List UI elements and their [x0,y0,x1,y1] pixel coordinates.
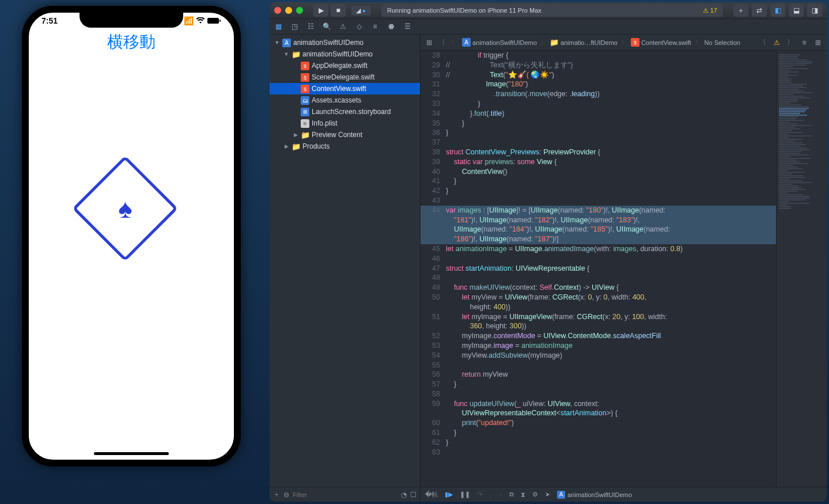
issue-navigator-tab[interactable]: ⚠ [338,21,348,32]
jumpbar-folder[interactable]: 📁animatio…ftUIDemo [550,38,618,47]
code-line[interactable]: 50 let myView = UIView(frame: CGRect(x: … [421,293,776,302]
issue-indicator[interactable]: ⚠ [771,37,782,48]
code-line[interactable]: 32 .transition(.move(edge: .leading)) [421,89,776,99]
add-target-button[interactable]: ＋ [273,490,280,499]
tree-row-scenedelegate-swift[interactable]: sSceneDelegate.swift [270,71,420,83]
disclosure-triangle[interactable]: ▼ [274,40,280,46]
project-navigator-tab[interactable]: ▦ [273,21,283,32]
code-line[interactable]: 360, height: 300)) [421,321,776,331]
code-line[interactable]: 51 let myImage = UIImageView(frame: CGRe… [421,312,776,322]
memory-graph-button[interactable]: ⧗ [521,491,525,498]
tree-row-assets-xcassets[interactable]: 🗂Assets.xcassets [270,94,420,106]
recent-filter-button[interactable]: ◔ [401,491,407,499]
code-line[interactable]: 39 static var previews: some View { [421,157,776,167]
code-line[interactable]: 43 [421,196,776,206]
pause-button[interactable]: ❚❚ [460,491,470,498]
minimap[interactable] [776,51,827,487]
code-line[interactable]: UIViewRepresentableContext<startAnimatio… [421,408,776,418]
stop-button[interactable]: ■ [331,4,346,17]
minimize-button[interactable] [285,7,292,14]
test-navigator-tab[interactable]: ◇ [354,21,364,32]
code-line[interactable]: 30// Text("⭐️🎸( 🌏☀️") [421,70,776,80]
code-line[interactable]: UIImage(named: "184")!, UIImage(named: "… [421,225,776,234]
toggle-bottom-panel-button[interactable]: ⬓ [789,4,804,17]
home-indicator[interactable] [94,452,169,455]
code-line[interactable]: 38struct ContentView_Previews: PreviewPr… [421,147,776,157]
source-control-tab[interactable]: ◳ [289,21,300,32]
code-line[interactable]: "181")!, UIImage(named: "182")!, UIImage… [421,215,776,225]
code-line[interactable]: 56 return myView [421,370,776,380]
source-editor[interactable]: 28 if trigger {29// Text("横から失礼します")30//… [421,51,776,487]
code-line[interactable]: "186")!, UIImage(named: "187")!] [421,234,776,244]
zoom-button[interactable] [296,7,303,14]
breakpoints-toggle[interactable]: ▮▶ [445,491,453,498]
code-line[interactable]: 55 [421,361,776,370]
code-line[interactable]: 59 func updateUIView(_ uiView: UIView, c… [421,399,776,409]
toggle-right-panel-button[interactable]: ◨ [807,4,822,17]
prev-issue-button[interactable]: 〈 [758,37,768,48]
step-out-button[interactable]: ↑ [499,491,503,498]
project-navigator[interactable]: ▼AanimationSwiftUIDemo▼📁animationSwiftUI… [270,35,421,502]
debug-process[interactable]: A animationSwiftUIDemo [557,491,632,499]
code-line[interactable]: 37 [421,138,776,147]
step-into-button[interactable]: ↓ [489,491,493,498]
code-line[interactable]: 49 func makeUIView(context: Self.Context… [421,283,776,293]
report-navigator-tab[interactable]: ☰ [402,21,412,32]
tree-row-animationswiftuidemo[interactable]: ▼📁animationSwiftUIDemo [270,48,420,60]
tree-row-appdelegate-swift[interactable]: sAppDelegate.swift [270,60,420,71]
code-line[interactable]: 60 print("updated!") [421,418,776,428]
code-line[interactable]: 31 Image("180") [421,79,776,89]
related-items-button[interactable]: ⊞ [424,37,434,48]
jumpbar-file[interactable]: sContentView.swift [631,38,691,47]
location-button[interactable]: ➤ [545,491,550,498]
scm-filter-button[interactable]: ☐ [410,491,417,499]
code-line[interactable]: 34 }.font(.title) [421,109,776,119]
step-over-button[interactable]: ↷ [477,491,482,498]
code-line[interactable]: 62} [421,438,776,448]
tree-row-animationswiftuidemo[interactable]: ▼AanimationSwiftUIDemo [270,37,420,48]
breakpoint-navigator-tab[interactable]: ⬣ [386,21,396,32]
filter-input[interactable] [293,491,398,498]
disclosure-triangle[interactable]: ▶ [293,132,298,138]
ios-simulator[interactable]: 7:51 📶 横移動 ♠ [22,6,241,467]
code-line[interactable]: 54 myView.addSubview(myImage) [421,351,776,361]
warning-badge[interactable]: ⚠ 17 [703,7,717,14]
code-line[interactable]: 48 [421,273,776,283]
code-line[interactable]: 61 } [421,428,776,438]
code-line[interactable]: 52 myImage.contentMode = UIView.ContentM… [421,331,776,341]
toggle-left-panel-button[interactable]: ◧ [770,4,785,17]
code-line[interactable]: 44var images : [UIImage]! = [UIImage(nam… [421,206,776,215]
disclosure-triangle[interactable]: ▼ [283,51,289,57]
code-line[interactable]: 36} [421,128,776,138]
code-line[interactable]: 41 } [421,176,776,186]
disclosure-triangle[interactable]: ▶ [283,143,289,149]
code-line[interactable]: 28 if trigger { [421,51,776,60]
run-button[interactable]: ▶ [313,4,328,17]
nav-title[interactable]: 横移動 [29,31,234,53]
code-line[interactable]: 58 [421,389,776,399]
code-line[interactable]: 46 [421,254,776,264]
close-button[interactable] [274,7,281,14]
code-line[interactable]: 42} [421,186,776,196]
tree-row-contentview-swift[interactable]: sContentView.swift [270,83,420,94]
code-line[interactable]: 29// Text("横から失礼します") [421,60,776,70]
tree-row-launchscreen-storyboard[interactable]: ⊞LaunchScreen.storyboard [270,106,420,118]
tree-row-info-plist[interactable]: ≡Info.plist [270,118,420,129]
code-line[interactable]: 40 ContentView() [421,167,776,177]
add-tab-button[interactable]: ＋ [733,4,748,17]
forward-button[interactable]: 〉 [449,37,460,48]
activity-status[interactable]: Running animationSwiftUIDemo on iPhone 1… [381,4,723,17]
environment-overrides-button[interactable]: ⚙ [532,491,538,498]
next-issue-button[interactable]: 〉 [785,37,796,48]
jumpbar-selection[interactable]: No Selection [705,39,740,46]
code-line[interactable]: 33 } [421,99,776,109]
code-line[interactable]: 63 [421,448,776,457]
tree-row-products[interactable]: ▶📁Products [270,141,420,152]
jump-bar[interactable]: ⊞ 〈 〉 AanimationSwiftUIDemo 〉 📁animatio…… [421,35,827,51]
scheme-selector[interactable]: ◢ ▸ [351,6,371,16]
code-review-button[interactable]: ⇄ [752,4,767,17]
view-debug-button[interactable]: ⧉ [509,491,514,498]
tree-row-preview-content[interactable]: ▶📁Preview Content [270,129,420,141]
editor-options-button[interactable]: ≡ [799,37,809,48]
add-editor-button[interactable]: ⊞ [813,37,823,48]
